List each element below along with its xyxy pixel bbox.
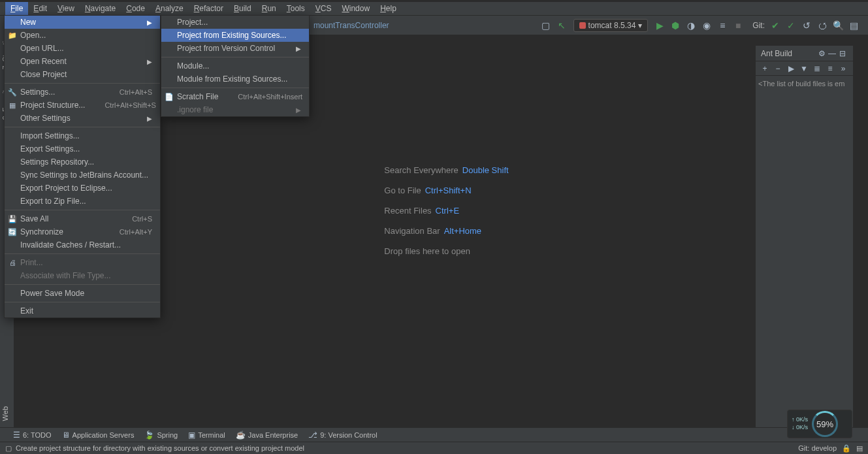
menu-view[interactable]: View — [52, 2, 80, 15]
file-item-save-all[interactable]: 💾Save AllCtrl+S — [5, 212, 160, 225]
menu-item-label: Open URL... — [20, 44, 64, 53]
menu-tools[interactable]: Tools — [281, 2, 310, 15]
run-icon[interactable]: ▶ — [784, 64, 797, 73]
bottom-tab-application-servers[interactable]: 🖥Application Servers — [62, 430, 135, 440]
menu-item-label: Scratch File — [177, 92, 218, 101]
bottom-tab-icon: ▣ — [188, 430, 195, 440]
menu-item-icon: 🔧 — [7, 88, 18, 97]
menu-code[interactable]: Code — [121, 2, 150, 15]
file-item-open[interactable]: 📁Open... — [5, 29, 160, 42]
status-git-branch[interactable]: Git: develop — [798, 444, 837, 452]
run-config-selector[interactable]: tomcat 8.5.34 ▾ — [573, 19, 649, 32]
menu-vcs[interactable]: VCS — [310, 2, 337, 15]
search-button[interactable]: 🔍 — [831, 19, 844, 32]
more-icon[interactable]: » — [837, 64, 850, 73]
back-icon[interactable]: ↖ — [555, 19, 568, 32]
menu-item-label: Export to Zip File... — [20, 197, 86, 206]
hint-navigation-bar: Navigation BarAlt+Home — [384, 226, 508, 236]
file-item-other-settings[interactable]: Other Settings▶ — [5, 112, 160, 125]
hide-icon[interactable]: ⊟ — [837, 49, 848, 58]
file-item-export-project-to-eclipse[interactable]: Export Project to Eclipse... — [5, 182, 160, 195]
new-item-project[interactable]: Project... — [161, 16, 309, 29]
menu-navigate[interactable]: Navigate — [80, 2, 121, 15]
chevron-right-icon: ▶ — [276, 106, 301, 114]
file-item-exit[interactable]: Exit — [5, 304, 160, 317]
lock-icon[interactable]: 🔒 — [842, 444, 851, 453]
menu-item-shortcut: Ctrl+Alt+Shift+Insert — [218, 93, 302, 101]
bottom-tab-label: Java Enterprise — [248, 431, 298, 439]
gear-icon[interactable]: ⚙ — [816, 49, 827, 58]
menu-help[interactable]: Help — [375, 2, 402, 15]
file-item-export-settings[interactable]: Export Settings... — [5, 142, 160, 155]
menu-item-shortcut: Ctrl+Alt+Shift+S — [85, 101, 156, 109]
add-icon[interactable]: + — [758, 64, 771, 73]
filter-icon[interactable]: ▼ — [797, 64, 811, 73]
notif-icon[interactable]: ▤ — [856, 444, 863, 453]
status-icon[interactable]: ▢ — [5, 444, 12, 453]
menu-item-label: Project... — [177, 18, 208, 27]
profile-button[interactable]: ◉ — [700, 19, 713, 32]
file-item-settings[interactable]: 🔧Settings...Ctrl+Alt+S — [5, 86, 160, 99]
collapse-icon[interactable]: ≡ — [824, 64, 837, 73]
bottom-tab-icon: ☰ — [13, 430, 20, 440]
bottom-tab-java-enterprise[interactable]: ☕Java Enterprise — [236, 430, 298, 440]
minimize-icon[interactable]: — — [827, 49, 837, 58]
remove-icon[interactable]: − — [771, 64, 784, 73]
menu-refactor[interactable]: Refactor — [189, 2, 229, 15]
performance-widget[interactable]: ↑ 0K/s ↓ 0K/s 59% — [787, 410, 852, 438]
file-item-invalidate-caches-restart[interactable]: Invalidate Caches / Restart... — [5, 238, 160, 251]
menu-item-label: Other Settings — [20, 114, 71, 123]
menu-edit[interactable]: Edit — [28, 2, 52, 15]
file-item-open-url[interactable]: Open URL... — [5, 42, 160, 55]
file-item-project-structure[interactable]: ▦Project Structure...Ctrl+Alt+Shift+S — [5, 99, 160, 112]
device-icon[interactable]: ▢ — [539, 19, 553, 32]
menu-run[interactable]: Run — [257, 2, 281, 15]
file-item-print: 🖨Print... — [5, 256, 160, 269]
vcs-commit-button[interactable]: ✓ — [784, 19, 797, 32]
menu-build[interactable]: Build — [229, 2, 257, 15]
new-item-module-from-existing-sources[interactable]: Module from Existing Sources... — [161, 73, 309, 86]
bottom-tab-spring[interactable]: 🍃Spring — [144, 430, 178, 440]
menu-window[interactable]: Window — [336, 2, 375, 15]
bottom-tab-icon: 🖥 — [62, 430, 70, 440]
menu-item-label: Print... — [20, 258, 43, 267]
menu-file[interactable]: File — [5, 2, 28, 15]
ant-panel-title: Ant Build — [761, 49, 816, 58]
menu-item-shortcut: Ctrl+S — [112, 215, 152, 223]
new-item-ignore-file: .ignore file▶ — [161, 103, 309, 116]
file-item-power-save-mode[interactable]: Power Save Mode — [5, 287, 160, 300]
debug-button[interactable]: ⬢ — [669, 19, 682, 32]
file-item-export-to-zip-file[interactable]: Export to Zip File... — [5, 195, 160, 208]
file-item-settings-repository[interactable]: Settings Repository... — [5, 155, 160, 169]
file-item-sync-settings-to-jetbrains-account[interactable]: Sync Settings to JetBrains Account... — [5, 169, 160, 182]
hint-shortcut: Double Shift — [462, 165, 509, 175]
new-item-module[interactable]: Module... — [161, 59, 309, 73]
attach-button[interactable]: ≡ — [716, 19, 729, 32]
file-item-close-project[interactable]: Close Project — [5, 68, 160, 81]
file-item-synchronize[interactable]: 🔄SynchronizeCtrl+Alt+Y — [5, 225, 160, 238]
vcs-update-button[interactable]: ✔ — [769, 19, 782, 32]
menu-analyze[interactable]: Analyze — [150, 2, 189, 15]
file-item-new[interactable]: New▶ — [5, 16, 160, 29]
bottom-tab-9-version-control[interactable]: ⎇9: Version Control — [308, 430, 377, 440]
file-item-import-settings[interactable]: Import Settings... — [5, 129, 160, 142]
bottom-tab-6-todo[interactable]: ☰6: TODO — [13, 430, 52, 440]
new-item-project-from-existing-sources[interactable]: Project from Existing Sources... — [161, 29, 309, 42]
file-item-open-recent[interactable]: Open Recent▶ — [5, 55, 160, 68]
welcome-hints: Search EverywhereDouble ShiftGo to FileC… — [384, 165, 508, 267]
menu-item-label: Settings... — [20, 88, 55, 97]
new-item-project-from-version-control[interactable]: Project from Version Control▶ — [161, 42, 309, 55]
breadcrumb[interactable]: mountTransController — [313, 21, 389, 30]
bottom-tab-terminal[interactable]: ▣Terminal — [188, 430, 225, 440]
expand-icon[interactable]: ≣ — [811, 64, 824, 73]
coverage-button[interactable]: ◑ — [684, 19, 698, 32]
ide-button[interactable]: ▤ — [847, 19, 860, 32]
run-button[interactable]: ▶ — [653, 19, 666, 32]
left-tab-web[interactable]: Web — [0, 400, 10, 427]
vcs-revert-button[interactable]: ⭯ — [816, 19, 829, 32]
vcs-history-button[interactable]: ↺ — [800, 19, 813, 32]
status-bar: ▢ Create project structure for directory… — [0, 442, 868, 454]
menu-item-label: .ignore file — [177, 105, 213, 114]
stop-button[interactable]: ■ — [731, 19, 745, 32]
new-item-scratch-file[interactable]: 📄Scratch FileCtrl+Alt+Shift+Insert — [161, 90, 309, 103]
